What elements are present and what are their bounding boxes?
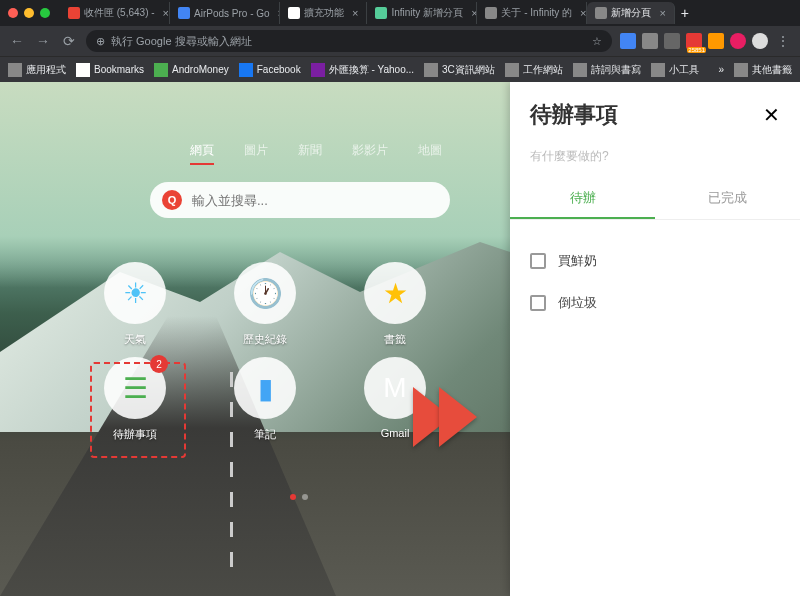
page-dot[interactable] [302,494,308,500]
app-icon: ☀ [104,262,166,324]
bookmark-item[interactable]: 外匯換算 - Yahoo... [311,63,414,77]
browser-tab[interactable]: 关于 - Infinity 的× [477,2,587,24]
speed-dial-待辦事項[interactable]: ☰2待辦事項 [70,357,200,442]
tab-favicon [595,7,607,19]
bookmark-item[interactable]: Facebook [239,63,301,77]
ext-circle-icon[interactable] [730,33,746,49]
ext-folder-icon[interactable] [664,33,680,49]
ext-misc-icon[interactable] [708,33,724,49]
bookmark-icon [573,63,587,77]
browser-tab[interactable]: AirPods Pro - Go× [170,2,280,24]
app-label: Gmail [381,427,410,439]
search-category-tab[interactable]: 圖片 [244,142,268,165]
tab-close-icon[interactable]: × [659,7,665,19]
extension-icons: 25851 ⋮ [620,33,792,49]
ext-flag-icon[interactable] [642,33,658,49]
todo-panel: 待辦事項 ✕ 有什麼要做的? 待辦 已完成 買鮮奶倒垃圾 [510,82,800,596]
todo-item[interactable]: 買鮮奶 [530,240,780,282]
tab-favicon [178,7,190,19]
bookmark-icon [424,63,438,77]
tab-favicon [68,7,80,19]
search-category-tab[interactable]: 新聞 [298,142,322,165]
maximize-window[interactable] [40,8,50,18]
back-icon[interactable]: ← [8,33,26,49]
bookmark-icon [505,63,519,77]
search-category-tab[interactable]: 網頁 [190,142,214,165]
todo-text: 倒垃圾 [558,294,597,312]
todo-text: 買鮮奶 [558,252,597,270]
bookmarks-bar: 應用程式BookmarksAndroMoneyFacebook外匯換算 - Ya… [0,56,800,82]
page-dot[interactable] [290,494,296,500]
minimize-window[interactable] [24,8,34,18]
close-window[interactable] [8,8,18,18]
notification-badge: 2 [150,355,168,373]
annotation-arrows [425,387,477,447]
ext-translate-icon[interactable] [620,33,636,49]
bookmark-item[interactable]: 詩詞與書寫 [573,63,641,77]
app-icon: ☰2 [104,357,166,419]
search-category-tabs: 網頁圖片新聞影影片地圖 [190,142,442,165]
speed-dial-書籤[interactable]: ★書籤 [330,262,460,347]
speed-dial-天氣[interactable]: ☀天氣 [70,262,200,347]
other-bookmarks[interactable]: 其他書籤 [734,63,792,77]
menu-icon[interactable]: ⋮ [774,33,792,49]
star-icon[interactable]: ☆ [592,35,602,48]
bookmark-item[interactable]: AndroMoney [154,63,229,77]
checkbox[interactable] [530,295,546,311]
search-category-tab[interactable]: 地圖 [418,142,442,165]
app-icon: ▮ [234,357,296,419]
address-bar: ← → ⟳ ⊕ 執行 Google 搜尋或輸入網址 ☆ 25851 ⋮ [0,26,800,56]
app-label: 筆記 [254,427,276,442]
close-icon[interactable]: ✕ [763,103,780,127]
browser-tab[interactable]: 新增分頁× [587,2,674,24]
bookmark-item[interactable]: 應用程式 [8,63,66,77]
url-input[interactable]: ⊕ 執行 Google 搜尋或輸入網址 ☆ [86,30,612,52]
tab-close-icon[interactable]: × [352,7,358,19]
panel-title: 待辦事項 [530,100,618,130]
search-input[interactable] [192,193,438,208]
browser-tab[interactable]: Infinity 新增分頁× [367,2,477,24]
bookmark-icon [8,63,22,77]
window-controls [8,8,50,18]
todo-input-placeholder[interactable]: 有什麼要做的? [510,148,800,165]
browser-tab-bar: 收件匣 (5,643) -×AirPods Pro - Go×擴充功能×Infi… [0,0,800,26]
tab-favicon [288,7,300,19]
bookmark-item[interactable]: 3C資訊網站 [424,63,495,77]
search-engine-icon: ⊕ [96,35,105,48]
bookmark-icon [76,63,90,77]
bookmark-item[interactable]: Bookmarks [76,63,144,77]
new-tab-button[interactable]: + [675,5,695,21]
avatar-icon[interactable] [752,33,768,49]
browser-tab[interactable]: 擴充功能× [280,2,367,24]
tab-close-icon[interactable]: × [580,7,586,19]
checkbox[interactable] [530,253,546,269]
bookmark-icon [239,63,253,77]
browser-tab[interactable]: 收件匣 (5,643) -× [60,2,170,24]
search-engine-logo[interactable]: Q [162,190,182,210]
tab-favicon [375,7,387,19]
bookmark-item[interactable]: 小工具 [651,63,699,77]
arrow-icon [439,387,477,447]
tab-done[interactable]: 已完成 [655,179,800,219]
bookmark-icon [311,63,325,77]
forward-icon[interactable]: → [34,33,52,49]
app-label: 書籤 [384,332,406,347]
bookmark-item[interactable]: 工作網站 [505,63,563,77]
speed-dial-歷史紀錄[interactable]: 🕐歷史紀錄 [200,262,330,347]
search-category-tab[interactable]: 影影片 [352,142,388,165]
tab-close-icon[interactable]: × [163,7,169,19]
bookmark-icon [154,63,168,77]
reload-icon[interactable]: ⟳ [60,33,78,49]
ext-adblock-icon[interactable]: 25851 [686,33,702,49]
todo-item[interactable]: 倒垃圾 [530,282,780,324]
tab-todo[interactable]: 待辦 [510,179,655,219]
search-box[interactable]: Q [150,182,450,218]
app-icon: 🕐 [234,262,296,324]
todo-list: 買鮮奶倒垃圾 [510,220,800,344]
speed-dial-筆記[interactable]: ▮筆記 [200,357,330,442]
page-dots [290,494,308,500]
bookmark-icon [651,63,665,77]
bookmarks-overflow[interactable]: » [718,64,724,75]
url-placeholder: 執行 Google 搜尋或輸入網址 [111,34,252,49]
app-label: 歷史紀錄 [243,332,287,347]
